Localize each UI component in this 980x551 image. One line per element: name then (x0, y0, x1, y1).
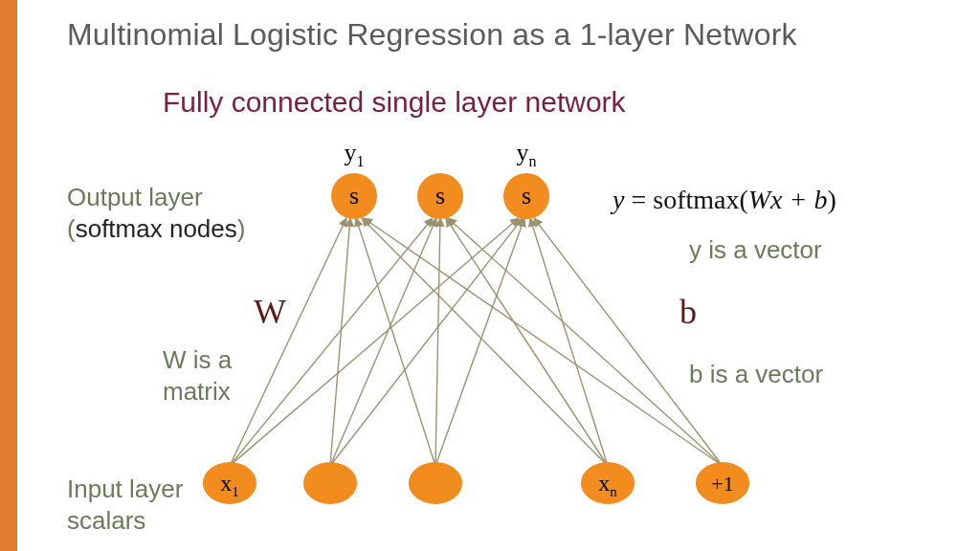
input-layer-line1: Input layer (67, 474, 183, 503)
equation: y = softmax(Wx + b) (612, 185, 836, 215)
eq-fn: softmax (653, 185, 739, 214)
W-description: W is a matrix (163, 344, 232, 407)
slide-title: Multinomial Logistic Regression as a 1-l… (67, 17, 797, 53)
output-node (331, 173, 377, 219)
network-diagram: s s s y1 yn x1 xn +1 (0, 0, 980, 551)
output-node (503, 173, 549, 219)
input-layer-line2: scalars (67, 506, 145, 535)
paren-close: ) (237, 214, 246, 243)
input-node (303, 462, 357, 504)
output-top-label: y1 (345, 139, 365, 169)
output-node (417, 173, 463, 219)
b-symbol: b (679, 292, 697, 332)
svg-line-8 (435, 218, 524, 466)
input-nodes-group: x1 xn +1 (203, 462, 749, 504)
output-layer-line1: Output layer (67, 183, 203, 211)
output-layer-label: Output layer (softmax nodes) (67, 182, 245, 244)
W-desc-line1: W is a (163, 345, 232, 374)
paren-open: ( (67, 214, 76, 243)
input-node (409, 462, 462, 504)
edges-group (230, 218, 723, 466)
input-node-label: +1 (711, 472, 733, 496)
svg-line-5 (330, 218, 523, 466)
y-description: y is a vector (689, 234, 822, 266)
svg-line-11 (530, 218, 608, 466)
input-node (696, 462, 749, 504)
input-layer-label: Input layer scalars (67, 474, 183, 536)
eq-arg: Wx + b (748, 185, 828, 214)
svg-line-10 (446, 218, 608, 466)
W-symbol: W (254, 292, 286, 332)
slide-subtitle: Fully connected single layer network (163, 86, 626, 119)
eq-open: ( (739, 185, 747, 214)
softmax-nodes-text: softmax nodes (76, 214, 237, 243)
output-node-label: s (435, 182, 445, 209)
svg-line-12 (364, 218, 723, 466)
svg-line-6 (356, 218, 435, 466)
output-node-label: s (522, 182, 531, 209)
accent-bar (0, 0, 17, 551)
svg-line-13 (448, 218, 723, 466)
input-node (581, 462, 635, 504)
svg-line-1 (230, 218, 433, 466)
input-node (203, 462, 256, 504)
svg-line-9 (362, 218, 608, 466)
input-node-label: x1 (220, 471, 239, 499)
svg-line-3 (330, 218, 350, 466)
svg-line-4 (330, 218, 436, 466)
svg-line-0 (230, 218, 346, 466)
eq-lhs: y (612, 185, 624, 214)
output-node-label: s (349, 182, 359, 209)
b-description: b is a vector (689, 359, 823, 390)
input-node-label: xn (598, 471, 617, 499)
eq-equals: = (624, 185, 653, 214)
output-nodes-group: s s s y1 yn (331, 139, 549, 219)
output-top-label: yn (517, 139, 537, 169)
eq-close: ) (827, 185, 835, 214)
svg-line-2 (230, 218, 519, 466)
svg-line-7 (435, 218, 440, 466)
W-desc-line2: matrix (163, 377, 231, 406)
